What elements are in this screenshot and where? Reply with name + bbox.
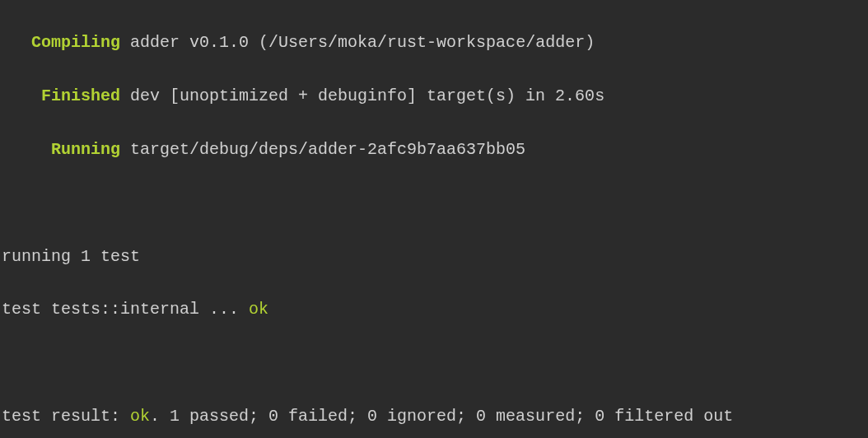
finished-label: Finished (41, 86, 120, 105)
test-prefix: test tests::internal ... (2, 300, 249, 319)
running-line: Running target/debug/deps/adder-2afc9b7a… (2, 137, 866, 163)
finished-line: Finished dev [unoptimized + debuginfo] t… (2, 83, 866, 110)
compiling-label: Compiling (31, 33, 120, 52)
running-label: Running (51, 140, 120, 159)
running-text: target/debug/deps/adder-2afc9b7aa637bb05 (120, 140, 525, 159)
blank-line (2, 190, 866, 217)
result-status: ok (130, 407, 150, 426)
result-detail: . 1 passed; 0 failed; 0 ignored; 0 measu… (150, 407, 733, 426)
compiling-line: Compiling adder v0.1.0 (/Users/moka/rust… (2, 30, 866, 56)
running-tests-line: running 1 test (2, 244, 866, 270)
test-line: test tests::internal ... ok (2, 296, 866, 323)
terminal-output: Compiling adder v0.1.0 (/Users/moka/rust… (0, 0, 868, 438)
finished-text: dev [unoptimized + debuginfo] target(s) … (120, 86, 604, 105)
blank-line (2, 350, 866, 376)
result-prefix: test result: (2, 407, 130, 426)
compiling-text: adder v0.1.0 (/Users/moka/rust-workspace… (120, 33, 595, 52)
test-status: ok (249, 300, 268, 319)
test-result-line: test result: ok. 1 passed; 0 failed; 0 i… (2, 403, 866, 430)
